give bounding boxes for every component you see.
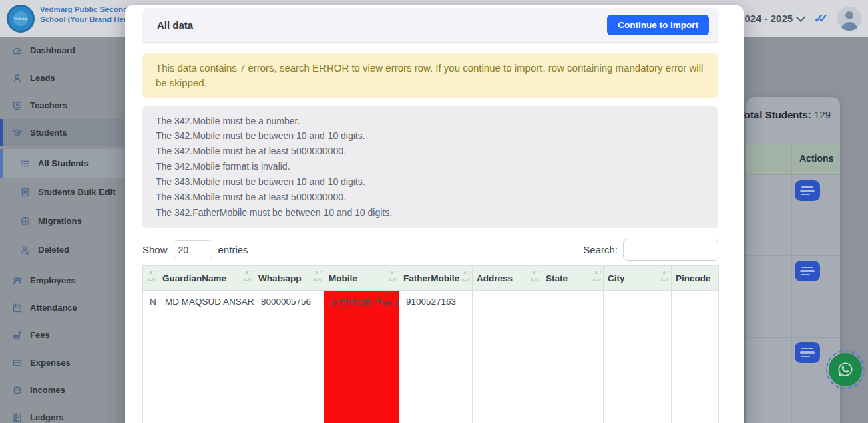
sidebar-item-teachers[interactable]: Teachers <box>0 92 124 119</box>
row-actions-button[interactable] <box>795 342 820 363</box>
coins-icon <box>12 330 23 341</box>
show-label: Show <box>142 244 168 255</box>
entries-label: entries <box>218 244 248 255</box>
modal-header: All data Continue to Import <box>142 8 718 43</box>
sidebar-item-dashboard[interactable]: Dashboard <box>0 37 124 64</box>
error-line: The 343.Mobile must be between 10 and 10… <box>156 174 705 190</box>
sort-icon: â–²â–¼ <box>313 269 322 283</box>
sort-icon: â–²â–¼ <box>147 269 156 283</box>
column-header-pincode[interactable]: Pincode <box>672 266 719 291</box>
column-header-guardianname[interactable]: GuardianName â–²â–¼ <box>158 266 254 291</box>
import-data-table: â–²â–¼ GuardianName â–²â–¼ Whatsapp â–²â… <box>142 265 719 423</box>
cell-address <box>473 291 541 423</box>
cell-city <box>604 291 672 423</box>
entries-count-input[interactable] <box>174 240 212 259</box>
column-header-mobile[interactable]: Mobile â–²â–¼ <box>324 266 399 291</box>
column-header-city[interactable]: City â–²â–¼ <box>604 266 672 291</box>
document-edit-icon <box>20 187 31 198</box>
search-label: Search: <box>583 244 618 255</box>
sidebar-item-leads[interactable]: Leads <box>0 64 124 92</box>
sort-icon: â–²â–¼ <box>461 269 470 283</box>
error-warning-alert: This data contains 7 errors, search ERRO… <box>142 53 718 98</box>
cell-fathermobile: 9100527163 <box>399 291 473 423</box>
sidebar-item-incomes[interactable]: Incomes <box>0 376 124 404</box>
cell-state <box>541 291 604 423</box>
column-header-state[interactable]: State â–²â–¼ <box>541 266 604 291</box>
sidebar-item-expenses[interactable]: Expenses <box>0 349 124 376</box>
cell-whatsapp: 8000005756 <box>254 291 324 423</box>
leads-icon <box>12 73 23 84</box>
cell-mobile-error: 0 ERROR: The 343.Mobile must be between … <box>324 291 399 423</box>
whatsapp-float-button[interactable] <box>826 350 865 389</box>
sidebar-item-employees[interactable]: Employees <box>0 267 124 294</box>
total-students-value: 129 <box>814 109 831 120</box>
school-logo-icon: Vedmarg <box>7 5 35 33</box>
ledger-book-icon <box>12 412 23 423</box>
double-check-icon: ✓✓ <box>813 11 828 26</box>
modal-title: All data <box>157 19 193 31</box>
deleted-user-icon <box>20 245 31 255</box>
calendar-icon <box>12 303 23 313</box>
dashboard-icon <box>12 45 23 56</box>
total-students: Total Students: 129 <box>739 109 831 120</box>
cell: N <box>143 291 158 423</box>
continue-to-import-button[interactable]: Continue to Import <box>607 15 709 35</box>
sort-icon: â–²â–¼ <box>592 269 601 283</box>
column-divider <box>791 144 792 423</box>
column-header-address[interactable]: Address â–²â–¼ <box>473 266 541 291</box>
sidebar-item-migrations[interactable]: Migrations <box>0 206 124 235</box>
school-logo-text: Vedmarg <box>13 11 28 26</box>
error-line: The 342.Mobile format is invalid. <box>156 159 705 174</box>
error-line: The 342.Mobile must be between 10 and 10… <box>156 128 705 144</box>
table-controls: Show entries Search: <box>142 239 718 261</box>
cell-pincode <box>672 291 719 423</box>
row-actions-button[interactable] <box>795 180 820 201</box>
import-modal: All data Continue to Import This data co… <box>125 5 744 423</box>
column-header-fathermobile[interactable]: FatherMobile â–²â–¼ <box>399 266 473 291</box>
error-list: The 342.Mobile must be a number. The 342… <box>142 106 718 229</box>
user-avatar[interactable] <box>837 7 861 31</box>
chevron-down-icon <box>796 12 805 21</box>
error-line: The 342.Mobile must be at least 50000000… <box>156 144 705 159</box>
sidebar-item-deleted[interactable]: Deleted <box>0 235 124 264</box>
teachers-icon <box>12 100 23 111</box>
sort-icon: â–²â–¼ <box>660 269 669 283</box>
brand[interactable]: Vedmarg Vedmarg Public Secondary School … <box>7 5 140 33</box>
list-icon <box>20 158 31 169</box>
session-label: 2024 - 2025 <box>739 13 793 24</box>
sidebar-item-students[interactable]: Students <box>0 119 124 146</box>
expenses-icon <box>12 358 23 368</box>
employees-icon <box>12 275 23 286</box>
screen: Vedmarg Vedmarg Public Secondary School … <box>0 0 868 423</box>
sort-icon: â–²â–¼ <box>388 269 397 283</box>
incomes-icon <box>12 385 23 396</box>
column-header-clipped[interactable]: â–²â–¼ <box>143 266 158 291</box>
search-input[interactable] <box>623 239 718 261</box>
table-row: N MD MAQSUD ANSARI 8000005756 0 ERROR: T… <box>143 291 719 423</box>
table-header-row: â–²â–¼ GuardianName â–²â–¼ Whatsapp â–²â… <box>143 266 719 291</box>
error-line: The 343.Mobile must be at least 50000000… <box>156 190 705 205</box>
sidebar-item-ledgers[interactable]: Ledgers <box>0 404 124 423</box>
sidebar-item-all-students[interactable]: All Students <box>0 149 124 178</box>
error-line: The 342.FatherMobile must be between 10 … <box>156 205 705 221</box>
sidebar-item-students-bulk-edit[interactable]: Students Bulk Edit <box>0 178 124 206</box>
error-line: The 342.Mobile must be a number. <box>156 114 705 129</box>
actions-column-header: Actions <box>799 153 833 164</box>
cell-guardianname: MD MAQSUD ANSARI <box>158 291 254 423</box>
sidebar-item-fees[interactable]: Fees <box>0 321 124 349</box>
column-header-whatsapp[interactable]: Whatsapp â–²â–¼ <box>254 266 324 291</box>
whatsapp-icon <box>829 353 862 386</box>
row-actions-button[interactable] <box>795 261 820 281</box>
sort-icon: â–²â–¼ <box>530 269 539 283</box>
total-students-label: Total Students: <box>739 109 811 120</box>
migrations-icon <box>20 216 31 227</box>
sidebar-item-attendance[interactable]: Attendance <box>0 294 124 321</box>
students-icon <box>12 128 23 138</box>
session-dropdown[interactable]: 2024 - 2025 <box>739 13 804 24</box>
sort-icon: â–²â–¼ <box>243 269 252 283</box>
sidebar: Dashboard Leads Teachers Students All St… <box>0 37 124 423</box>
